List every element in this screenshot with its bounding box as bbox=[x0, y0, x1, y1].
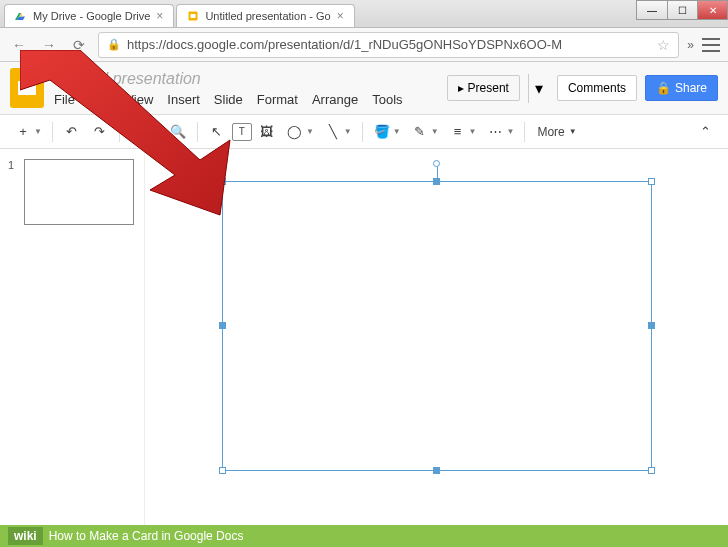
textbox-button[interactable]: T bbox=[232, 123, 252, 141]
resize-handle-s[interactable] bbox=[433, 467, 440, 474]
chevron-down-icon[interactable]: ▼ bbox=[469, 127, 481, 136]
zoom-button[interactable]: 🔍 bbox=[165, 119, 191, 145]
comments-button[interactable]: Comments bbox=[557, 75, 637, 101]
redo-button[interactable]: ↷ bbox=[87, 119, 113, 145]
menu-arrange[interactable]: Arrange bbox=[312, 92, 358, 107]
window-minimize-button[interactable]: — bbox=[637, 1, 667, 19]
slide-thumbnail-panel: 1 bbox=[0, 149, 145, 529]
menu-view[interactable]: View bbox=[125, 92, 153, 107]
slide-canvas[interactable] bbox=[145, 149, 728, 529]
wiki-brand: wiki bbox=[8, 527, 43, 545]
chevron-down-icon[interactable]: ▼ bbox=[34, 127, 46, 136]
menu-format[interactable]: Format bbox=[257, 92, 298, 107]
drive-icon bbox=[15, 10, 27, 22]
line-dash-button[interactable]: ⋯ bbox=[483, 119, 509, 145]
paint-format-button[interactable]: 🖌 bbox=[126, 119, 152, 145]
browser-tab-bar: My Drive - Google Drive × Untitled prese… bbox=[0, 0, 728, 28]
chevron-down-icon[interactable]: ▼ bbox=[507, 127, 519, 136]
chevron-down-icon[interactable]: ▼ bbox=[344, 127, 356, 136]
menu-insert[interactable]: Insert bbox=[167, 92, 200, 107]
select-tool-button[interactable]: ↖ bbox=[204, 119, 230, 145]
slides-logo[interactable] bbox=[10, 68, 44, 108]
line-weight-button[interactable]: ≡ bbox=[445, 119, 471, 145]
slide-thumbnail[interactable] bbox=[24, 159, 134, 225]
tab-label: Untitled presentation - Go bbox=[205, 10, 330, 22]
menu-edit[interactable]: Edit bbox=[89, 92, 111, 107]
menu-bar: File Edit View Insert Slide Format Arran… bbox=[54, 92, 437, 107]
url-field[interactable]: 🔒 https://docs.google.com/presentation/d… bbox=[98, 32, 679, 58]
collapse-toolbar-button[interactable]: ⌃ bbox=[692, 119, 718, 145]
star-icon[interactable]: ☆ bbox=[657, 37, 670, 53]
play-icon: ▸ bbox=[458, 81, 464, 95]
present-dropdown-button[interactable]: ▾ bbox=[528, 74, 549, 103]
chevron-right-icon[interactable]: » bbox=[687, 38, 694, 52]
present-button[interactable]: ▸ Present bbox=[447, 75, 520, 101]
fill-color-button[interactable]: 🪣 bbox=[369, 119, 395, 145]
window-close-button[interactable]: ✕ bbox=[697, 1, 727, 19]
slides-icon bbox=[187, 10, 199, 22]
resize-handle-ne[interactable] bbox=[648, 178, 655, 185]
svg-rect-4 bbox=[191, 14, 196, 18]
new-slide-button[interactable]: + bbox=[10, 119, 36, 145]
resize-handle-nw[interactable] bbox=[219, 178, 226, 185]
shape-button[interactable]: ◯ bbox=[282, 119, 308, 145]
resize-handle-n[interactable] bbox=[433, 178, 440, 185]
browser-tab-presentation[interactable]: Untitled presentation - Go × bbox=[176, 4, 354, 27]
undo-button[interactable]: ↶ bbox=[59, 119, 85, 145]
url-text: https://docs.google.com/presentation/d/1… bbox=[127, 37, 562, 52]
chevron-down-icon[interactable]: ▼ bbox=[393, 127, 405, 136]
slide-number: 1 bbox=[8, 159, 18, 225]
resize-handle-w[interactable] bbox=[219, 322, 226, 329]
toolbar: +▼ ↶ ↷ 🖌 🔍 ↖ T 🖼 ◯▼ ╲▼ 🪣▼ ✎▼ ≡▼ ⋯▼ More … bbox=[0, 115, 728, 149]
window-maximize-button[interactable]: ☐ bbox=[667, 1, 697, 19]
selected-textbox[interactable] bbox=[222, 181, 652, 471]
close-icon[interactable]: × bbox=[156, 9, 163, 23]
document-title[interactable]: Untitled presentation bbox=[54, 70, 437, 88]
line-color-button[interactable]: ✎ bbox=[407, 119, 433, 145]
menu-tools[interactable]: Tools bbox=[372, 92, 402, 107]
line-button[interactable]: ╲ bbox=[320, 119, 346, 145]
menu-slide[interactable]: Slide bbox=[214, 92, 243, 107]
back-button[interactable]: ← bbox=[8, 34, 30, 56]
reload-button[interactable]: ⟳ bbox=[68, 34, 90, 56]
close-icon[interactable]: × bbox=[337, 9, 344, 23]
resize-handle-e[interactable] bbox=[648, 322, 655, 329]
more-button[interactable]: More ▼ bbox=[531, 125, 582, 139]
browser-tab-drive[interactable]: My Drive - Google Drive × bbox=[4, 4, 174, 27]
image-button[interactable]: 🖼 bbox=[254, 119, 280, 145]
hamburger-menu-button[interactable] bbox=[702, 38, 720, 52]
chevron-down-icon[interactable]: ▼ bbox=[306, 127, 318, 136]
lock-icon: 🔒 bbox=[107, 38, 121, 51]
tab-label: My Drive - Google Drive bbox=[33, 10, 150, 22]
rotate-handle[interactable] bbox=[433, 160, 440, 167]
slide-thumbnail-row: 1 bbox=[8, 159, 136, 225]
workspace: 1 bbox=[0, 149, 728, 529]
menu-file[interactable]: File bbox=[54, 92, 75, 107]
lock-icon: 🔒 bbox=[656, 81, 671, 95]
wiki-caption: How to Make a Card in Google Docs bbox=[49, 529, 244, 543]
window-controls: — ☐ ✕ bbox=[636, 0, 728, 20]
resize-handle-sw[interactable] bbox=[219, 467, 226, 474]
resize-handle-se[interactable] bbox=[648, 467, 655, 474]
chevron-down-icon[interactable]: ▼ bbox=[431, 127, 443, 136]
share-button[interactable]: 🔒 Share bbox=[645, 75, 718, 101]
forward-button[interactable]: → bbox=[38, 34, 60, 56]
address-bar: ← → ⟳ 🔒 https://docs.google.com/presenta… bbox=[0, 28, 728, 62]
docs-header: Untitled presentation File Edit View Ins… bbox=[0, 62, 728, 115]
wiki-caption-banner: wiki How to Make a Card in Google Docs bbox=[0, 525, 728, 547]
